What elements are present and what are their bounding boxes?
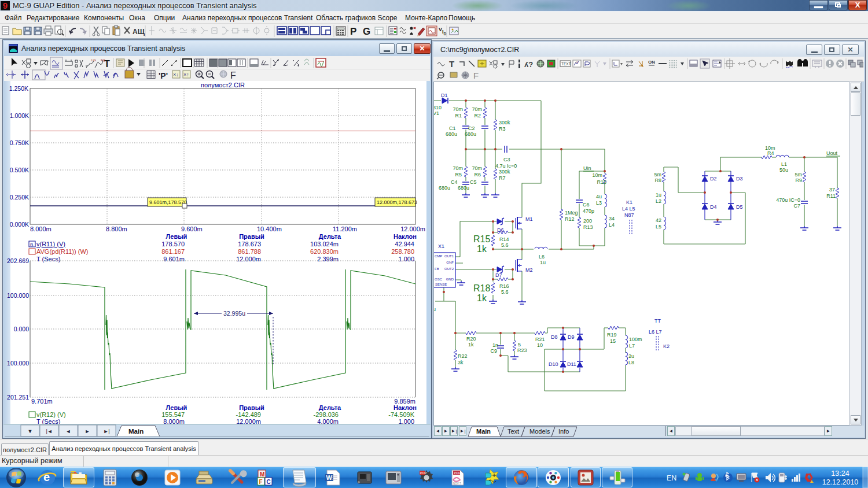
svg-text:12.000m: 12.000m (400, 225, 425, 232)
svg-text:L3: L3 (596, 200, 602, 206)
svg-text:4.7u Ic=0: 4.7u Ic=0 (495, 163, 517, 169)
svg-text:861.167: 861.167 (161, 248, 185, 255)
svg-text:►: ► (85, 428, 90, 434)
svg-text:R12: R12 (565, 216, 575, 222)
svg-text:OSC: OSC (435, 278, 443, 281)
svg-text:10: 10 (537, 342, 543, 348)
svg-text:9.701m: 9.701m (31, 398, 53, 405)
svg-text:9.601m: 9.601m (163, 256, 185, 263)
svg-text:100.000: 100.000 (7, 292, 29, 299)
svg-text:R3: R3 (499, 126, 506, 132)
svg-text:Uout: Uout (826, 150, 838, 156)
svg-text:D1: D1 (441, 93, 448, 98)
svg-text:v(R11) (V): v(R11) (V) (36, 241, 65, 247)
svg-text:L4: L4 (609, 222, 615, 228)
svg-text:F: F (473, 71, 479, 80)
svg-text:0.000K: 0.000K (10, 221, 29, 228)
svg-text:0.250K: 0.250K (10, 194, 29, 201)
svg-text:1k: 1k (477, 293, 487, 303)
svg-text:2u: 2u (628, 353, 634, 359)
svg-text:TT: TT (654, 318, 661, 324)
svg-text:42: 42 (656, 217, 661, 223)
svg-text:D9: D9 (568, 334, 575, 340)
svg-text:12.12.2010: 12.12.2010 (822, 478, 859, 486)
svg-text:12.000m,178.673: 12.000m,178.673 (377, 199, 417, 205)
svg-text:R5: R5 (455, 172, 462, 178)
svg-text:Левый: Левый (166, 233, 187, 240)
svg-text:L7: L7 (629, 343, 635, 349)
svg-text:70m: 70m (472, 165, 482, 171)
svg-text:5.6: 5.6 (501, 289, 509, 295)
svg-text:VID: VID (439, 27, 447, 36)
svg-text:C1: C1 (449, 125, 456, 131)
svg-text:R13: R13 (583, 224, 593, 230)
svg-text:K2: K2 (663, 343, 670, 349)
svg-text:M2: M2 (525, 267, 533, 273)
svg-text:1.250K: 1.250K (9, 85, 28, 92)
svg-text:8.000m: 8.000m (163, 418, 185, 424)
svg-text:D5: D5 (736, 204, 743, 210)
svg-text:100m: 100m (629, 337, 642, 342)
svg-text:C2: C2 (468, 125, 475, 131)
svg-text:C5: C5 (470, 179, 477, 185)
svg-text:5: 5 (518, 342, 521, 347)
svg-text:Наклон: Наклон (393, 233, 417, 240)
svg-text:42.944: 42.944 (395, 241, 414, 247)
svg-text:D7: D7 (495, 272, 502, 278)
svg-text:11.200m: 11.200m (333, 225, 357, 232)
svg-text:T (Secs): T (Secs) (36, 256, 60, 263)
svg-text:L5: L5 (656, 224, 661, 230)
svg-text:Text: Text (507, 428, 519, 435)
svg-text:300k: 300k (499, 120, 510, 125)
svg-text:F: F (230, 71, 236, 80)
svg-text:L6 L7: L6 L7 (649, 329, 662, 335)
svg-text:680u: 680u (439, 185, 450, 191)
svg-text:8.800m: 8.800m (106, 225, 127, 232)
svg-text:Main: Main (476, 428, 491, 435)
svg-text:NOV 7: NOV 7 (453, 482, 461, 485)
svg-text:300k: 300k (499, 169, 510, 175)
svg-text:|◄: |◄ (46, 428, 52, 434)
svg-text:34: 34 (609, 216, 615, 221)
svg-text:D8: D8 (551, 334, 558, 340)
svg-text:470p: 470p (583, 208, 594, 214)
svg-text:G: G (363, 26, 370, 37)
svg-text:POP: POP (420, 471, 427, 475)
svg-text:8.000m: 8.000m (30, 225, 52, 232)
svg-text:T: T (449, 59, 454, 69)
svg-text:4.000m: 4.000m (317, 418, 339, 424)
svg-text:D6: D6 (497, 227, 504, 233)
svg-text:310: 310 (434, 105, 442, 110)
svg-text:D11: D11 (567, 361, 576, 367)
svg-text:C9: C9 (490, 348, 497, 354)
svg-text:32.995u: 32.995u (223, 310, 245, 317)
svg-text:5m: 5m (795, 172, 802, 178)
svg-text:!: ! (812, 480, 813, 483)
svg-text:1.000: 1.000 (398, 256, 414, 263)
svg-text:-74.509K: -74.509K (388, 411, 414, 418)
svg-text:V1: V1 (434, 110, 439, 116)
svg-text:680u: 680u (465, 131, 476, 137)
svg-text:1n: 1n (492, 342, 498, 348)
svg-text:F: F (259, 479, 263, 485)
svg-text:1k: 1k (468, 342, 474, 347)
svg-text:OUT1: OUT1 (444, 254, 454, 258)
svg-text:12.000m: 12.000m (236, 418, 261, 424)
svg-text:R14: R14 (499, 236, 509, 242)
svg-text:LG: LG (91, 58, 96, 62)
svg-text:9.600m: 9.600m (181, 225, 203, 232)
svg-text:L2: L2 (656, 198, 661, 204)
svg-text:C4: C4 (451, 179, 458, 185)
svg-text:FB: FB (435, 267, 439, 271)
svg-text:M: M (260, 471, 264, 478)
svg-text:5.6: 5.6 (501, 242, 509, 248)
svg-text:2.399m: 2.399m (317, 256, 339, 263)
svg-text:-100.000: -100.000 (7, 360, 29, 367)
svg-text:SENSE: SENSE (435, 283, 447, 286)
svg-text:GND: GND (446, 278, 454, 281)
svg-text:R1: R1 (455, 113, 462, 119)
svg-text:GNF: GNF (446, 261, 454, 264)
svg-text:1u: 1u (656, 192, 661, 198)
svg-text:T: T (104, 59, 110, 69)
svg-text:Наклон: Наклон (393, 404, 417, 411)
